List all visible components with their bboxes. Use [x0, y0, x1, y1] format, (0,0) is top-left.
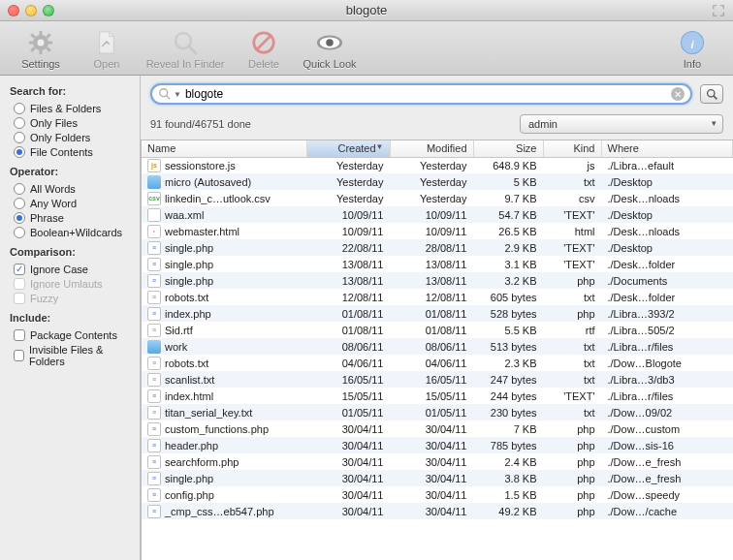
- sort-desc-icon: ▼: [376, 142, 384, 151]
- cell-modified: 12/08/11: [390, 289, 473, 305]
- results-table[interactable]: Name Created▼ Modified Size Kind Where j…: [141, 140, 733, 560]
- column-header-where[interactable]: Where: [601, 140, 733, 157]
- file-name: sessionstore.js: [165, 160, 236, 171]
- cell-kind: php: [543, 305, 601, 322]
- reveal-in-finder-button[interactable]: Reveal In Finder: [142, 25, 229, 74]
- table-row[interactable]: ≡robots.txt12/08/1112/08/11605 bytestxt.…: [142, 289, 733, 305]
- open-button[interactable]: Open: [76, 25, 138, 74]
- table-row[interactable]: ≡Sid.rtf01/08/1101/08/115.5 KBrtf./Libra…: [142, 322, 733, 338]
- cell-kind: php: [543, 272, 601, 289]
- cell-created: 01/05/11: [306, 404, 390, 420]
- table-row[interactable]: work08/06/1108/06/11513 bytestxt./Libra……: [142, 338, 733, 355]
- column-header-modified[interactable]: Modified: [390, 140, 473, 157]
- column-header-size[interactable]: Size: [473, 140, 543, 157]
- cell-created: Yesterday: [306, 157, 390, 173]
- operator-option[interactable]: All Words: [14, 183, 130, 195]
- table-row[interactable]: ≡_cmp_css…eb547.php30/04/1130/04/1149.2 …: [142, 503, 733, 519]
- search-input[interactable]: [185, 87, 671, 101]
- cell-modified: 30/04/11: [390, 453, 473, 470]
- settings-button[interactable]: Settings: [10, 25, 72, 74]
- checkbox-icon: [14, 278, 25, 290]
- cell-modified: 30/04/11: [390, 437, 473, 453]
- table-row[interactable]: ≡config.php30/04/1130/04/111.5 KBphp./Do…: [142, 486, 733, 503]
- search-for-option[interactable]: File Contents: [14, 146, 130, 158]
- svg-line-21: [167, 96, 171, 100]
- table-row[interactable]: ≡index.html15/05/1115/05/11244 bytes'TEX…: [142, 388, 733, 404]
- include-option[interactable]: Package Contents: [14, 329, 130, 341]
- checkbox-icon: [14, 350, 24, 361]
- cell-kind: txt: [543, 289, 601, 305]
- table-row[interactable]: waa.xml10/09/1110/09/1154.7 KB'TEXT'./De…: [142, 206, 733, 223]
- cell-where: ./Desk…folder: [601, 289, 733, 305]
- table-row[interactable]: ≡single.php13/08/1113/08/113.2 KBphp./Do…: [142, 272, 733, 289]
- cell-size: 49.2 KB: [473, 503, 543, 519]
- cell-where: ./Desk…nloads: [601, 223, 733, 239]
- option-label: Files & Folders: [30, 103, 101, 114]
- operator-option[interactable]: Phrase: [14, 212, 130, 224]
- table-row[interactable]: jssessionstore.jsYesterdayYesterday648.9…: [142, 157, 733, 173]
- close-window-button[interactable]: [8, 5, 19, 16]
- table-row[interactable]: ≡single.php22/08/1128/08/112.9 KB'TEXT'.…: [142, 239, 733, 256]
- search-for-option[interactable]: Files & Folders: [14, 103, 130, 114]
- table-row[interactable]: ≡single.php13/08/1113/08/113.1 KB'TEXT'.…: [142, 256, 733, 272]
- radio-icon: [14, 146, 25, 158]
- include-option[interactable]: Invisible Files & Folders: [14, 344, 130, 367]
- rtf-file-icon: ≡: [147, 324, 161, 337]
- cell-where: ./Desktop: [601, 206, 733, 223]
- cell-size: 1.5 KB: [473, 486, 543, 503]
- radio-icon: [14, 103, 25, 114]
- search-go-button[interactable]: [700, 84, 723, 104]
- cell-kind: txt: [543, 338, 601, 355]
- file-name: robots.txt: [165, 292, 208, 303]
- svg-rect-4: [29, 42, 34, 45]
- table-row[interactable]: ≡searchform.php30/04/1130/04/112.4 KBphp…: [142, 453, 733, 470]
- scope-popup[interactable]: admin: [520, 114, 723, 134]
- folder-file-icon: [147, 175, 161, 189]
- column-header-name[interactable]: Name: [142, 140, 306, 157]
- cell-size: 605 bytes: [473, 289, 543, 305]
- delete-button[interactable]: Delete: [233, 25, 295, 74]
- minimize-window-button[interactable]: [25, 5, 37, 16]
- table-row[interactable]: ≡index.php01/08/1101/08/11528 bytesphp./…: [142, 305, 733, 322]
- cell-created: 30/04/11: [306, 420, 390, 437]
- search-for-option[interactable]: Only Folders: [14, 132, 130, 143]
- info-button[interactable]: i Info: [661, 25, 723, 74]
- file-name: single.php: [165, 473, 213, 484]
- search-menu-arrow-icon[interactable]: ▼: [174, 90, 181, 99]
- table-row[interactable]: csvlinkedin_c…utlook.csvYesterdayYesterd…: [142, 190, 733, 206]
- search-field[interactable]: ▼ ✕: [150, 83, 692, 105]
- quick-look-button[interactable]: Quick Look: [299, 25, 361, 74]
- svg-point-16: [326, 39, 334, 47]
- table-row[interactable]: ≡titan_serial_key.txt01/05/1101/05/11230…: [142, 404, 733, 420]
- comparison-option: Fuzzy: [14, 293, 130, 304]
- radio-icon: [14, 117, 25, 129]
- column-header-kind[interactable]: Kind: [543, 140, 601, 157]
- cell-kind: 'TEXT': [543, 388, 601, 404]
- cell-kind: php: [543, 453, 601, 470]
- search-for-option[interactable]: Only Files: [14, 117, 130, 129]
- file-name: single.php: [165, 242, 213, 254]
- php-file-icon: ≡: [147, 258, 161, 271]
- cell-where: ./Libra…505/2: [601, 322, 733, 338]
- table-row[interactable]: ≡single.php30/04/1130/04/113.8 KBphp./Do…: [142, 470, 733, 486]
- cell-created: Yesterday: [306, 190, 390, 206]
- clear-search-button[interactable]: ✕: [671, 87, 685, 101]
- table-row[interactable]: ◦webmaster.html10/09/1110/09/1126.5 KBht…: [142, 223, 733, 239]
- table-row[interactable]: ≡robots.txt04/06/1104/06/112.3 KBtxt./Do…: [142, 355, 733, 371]
- option-label: Ignore Umlauts: [30, 278, 103, 290]
- table-row[interactable]: ≡custom_functions.php30/04/1130/04/117 K…: [142, 420, 733, 437]
- operator-option[interactable]: Boolean+Wildcards: [14, 227, 130, 238]
- table-row[interactable]: ≡scanlist.txt16/05/1116/05/11247 bytestx…: [142, 371, 733, 388]
- table-row[interactable]: ≡header.php30/04/1130/04/11785 bytesphp.…: [142, 437, 733, 453]
- cell-where: ./Dow…e_fresh: [601, 453, 733, 470]
- cell-where: ./Dow…sis-16: [601, 437, 733, 453]
- comparison-option[interactable]: ✓Ignore Case: [14, 264, 130, 275]
- table-row[interactable]: micro (Autosaved)YesterdayYesterday5 KBt…: [142, 173, 733, 190]
- cell-created: 13/08/11: [306, 272, 390, 289]
- operator-option[interactable]: Any Word: [14, 198, 130, 209]
- cell-where: ./Desktop: [601, 239, 733, 256]
- cell-size: 7 KB: [473, 420, 543, 437]
- zoom-window-button[interactable]: [43, 5, 54, 16]
- column-header-created[interactable]: Created▼: [306, 140, 390, 157]
- fullscreen-icon[interactable]: [712, 4, 725, 17]
